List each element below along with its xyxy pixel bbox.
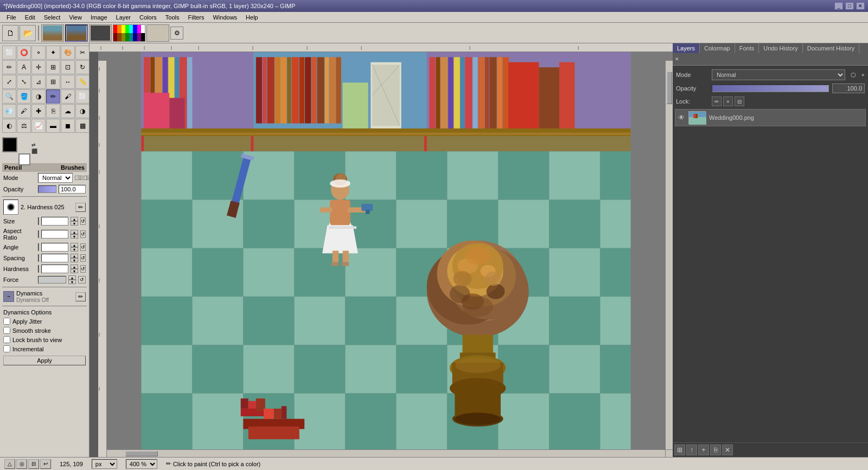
lock-pixels-button[interactable]: ✏: [712, 96, 722, 106]
tool-zoom[interactable]: 🔍: [2, 89, 16, 104]
size-slider[interactable]: [38, 217, 39, 225]
hardness-down[interactable]: ▼: [71, 269, 78, 273]
mode-select[interactable]: Normal: [38, 173, 73, 183]
unit-select[interactable]: px mm inch: [92, 459, 117, 469]
spacing-up[interactable]: ▲: [71, 254, 78, 258]
pattern-preview[interactable]: [146, 24, 169, 42]
color-palette-preview[interactable]: [113, 24, 145, 42]
tab-layers[interactable]: Layers: [673, 43, 700, 53]
horizontal-scrollbar[interactable]: [107, 449, 665, 457]
mode-prev[interactable]: ◁: [75, 176, 82, 180]
lock-position-button[interactable]: +: [723, 96, 733, 106]
layers-mode-icons[interactable]: +: [861, 72, 865, 78]
spacing-input[interactable]: 10.0: [41, 254, 68, 262]
tool-bucket-fill[interactable]: 🪣: [17, 89, 31, 104]
configure-button[interactable]: ⚙: [170, 27, 183, 40]
brush-preview[interactable]: [3, 199, 18, 215]
aspect-ratio-slider[interactable]: [38, 230, 39, 238]
tool-flip[interactable]: ↔: [61, 75, 75, 89]
apply-jitter-checkbox[interactable]: [3, 318, 10, 325]
tab-colormap[interactable]: Colormap: [700, 43, 735, 53]
tool-3d-transform[interactable]: ⊞: [46, 75, 60, 89]
angle-up[interactable]: ▲: [71, 243, 78, 247]
tool-rotate[interactable]: ↻: [75, 60, 90, 74]
force-up[interactable]: ▲: [68, 275, 76, 280]
aspect-ratio-up[interactable]: ▲: [71, 230, 78, 234]
tool-airbrush[interactable]: 💨: [2, 104, 16, 118]
statusbar-undo-nav-button[interactable]: ↩: [40, 459, 51, 469]
angle-input[interactable]: 0.00: [41, 243, 68, 252]
canvas-image[interactable]: | | | | | | | | |: [98, 52, 673, 457]
brush-edit-button[interactable]: ✏: [75, 203, 86, 212]
tool-text[interactable]: A: [17, 60, 31, 74]
size-down[interactable]: ▼: [71, 221, 78, 226]
tool-clone[interactable]: ⎘: [46, 104, 60, 118]
tool-paintbrush[interactable]: 🖌: [61, 89, 75, 104]
spacing-reset[interactable]: ↺: [80, 254, 86, 262]
tool-ellipse-select[interactable]: ⭕: [17, 46, 31, 60]
add-channel-button[interactable]: ⊞: [674, 445, 685, 455]
image-preview-1[interactable]: [41, 24, 64, 42]
size-reset[interactable]: ↺: [80, 217, 86, 225]
foreground-color[interactable]: [2, 137, 17, 152]
tool-eraser[interactable]: ⬜: [75, 89, 90, 104]
minimize-button[interactable]: _: [834, 2, 843, 10]
tool-crop[interactable]: ⊡: [61, 60, 75, 74]
tool-dodge-burn[interactable]: ◑: [75, 104, 90, 118]
lock-alpha-button[interactable]: ⊟: [735, 96, 744, 106]
tool-free-select[interactable]: ⚬: [31, 46, 46, 60]
opacity-slider[interactable]: [38, 185, 56, 193]
mode-next[interactable]: ▷: [84, 176, 90, 180]
image-preview-3[interactable]: [89, 24, 112, 42]
statusbar-zoom-fit-button[interactable]: ⊟: [28, 459, 39, 469]
tool-move[interactable]: ✛: [31, 60, 46, 74]
menu-edit[interactable]: Edit: [21, 13, 40, 22]
layers-mode-select[interactable]: Normal: [712, 69, 845, 80]
lock-brush-checkbox[interactable]: [3, 336, 10, 343]
swap-colors-button[interactable]: ⇄: [31, 142, 37, 147]
layers-mode-arrows[interactable]: ⬡: [848, 72, 858, 79]
vertical-scroll-thumb[interactable]: [667, 72, 672, 104]
force-down[interactable]: ▼: [68, 280, 76, 284]
tool-posterize[interactable]: ▩: [75, 119, 90, 133]
angle-reset[interactable]: ↺: [80, 243, 86, 251]
tool-pencil[interactable]: ✏: [46, 89, 60, 104]
aspect-ratio-reset[interactable]: ↺: [80, 230, 86, 238]
duplicate-layer-button[interactable]: ⎘: [710, 445, 721, 455]
menu-tools[interactable]: Tools: [161, 13, 184, 22]
layers-opacity-input[interactable]: [832, 83, 865, 93]
tool-levels[interactable]: ▬: [46, 119, 60, 133]
open-button[interactable]: 📂: [20, 25, 36, 41]
move-layer-up-button[interactable]: ↑: [686, 445, 697, 455]
angle-slider[interactable]: [38, 243, 39, 251]
close-button[interactable]: ✕: [856, 2, 865, 10]
force-slider[interactable]: [38, 276, 66, 284]
tool-curves[interactable]: 📈: [31, 119, 46, 133]
menu-file[interactable]: File: [2, 13, 21, 22]
background-color[interactable]: [18, 153, 30, 165]
tool-smudge[interactable]: ☁: [61, 104, 75, 118]
aspect-ratio-down[interactable]: ▼: [71, 234, 78, 239]
tab-undo-history[interactable]: Undo History: [759, 43, 803, 53]
menu-view[interactable]: View: [65, 13, 86, 22]
tool-fuzzy-select[interactable]: ✦: [46, 46, 60, 60]
tab-document-history[interactable]: Document History: [803, 43, 859, 53]
pixel-art-canvas[interactable]: [107, 52, 665, 449]
smooth-stroke-checkbox[interactable]: [3, 327, 10, 334]
tool-ink[interactable]: 🖋: [17, 104, 31, 118]
menu-image[interactable]: Image: [86, 13, 112, 22]
new-image-button[interactable]: 🗋: [2, 25, 18, 41]
aspect-ratio-input[interactable]: 0.00: [41, 230, 68, 239]
tool-scale[interactable]: ⤢: [2, 75, 16, 89]
hardness-up[interactable]: ▲: [71, 265, 78, 269]
layer-item[interactable]: 👁 Wedding000.png: [675, 109, 866, 126]
right-panel-close-button[interactable]: ✕: [673, 53, 681, 65]
tool-desaturate[interactable]: ◐: [2, 119, 16, 133]
tab-fonts[interactable]: Fonts: [735, 43, 760, 53]
menu-help[interactable]: Help: [241, 13, 263, 22]
spacing-down[interactable]: ▼: [71, 258, 78, 262]
menu-windows[interactable]: Windows: [208, 13, 241, 22]
hardness-input[interactable]: 100.0: [41, 265, 68, 273]
new-layer-button[interactable]: +: [698, 445, 709, 455]
maximize-button[interactable]: □: [845, 2, 854, 10]
